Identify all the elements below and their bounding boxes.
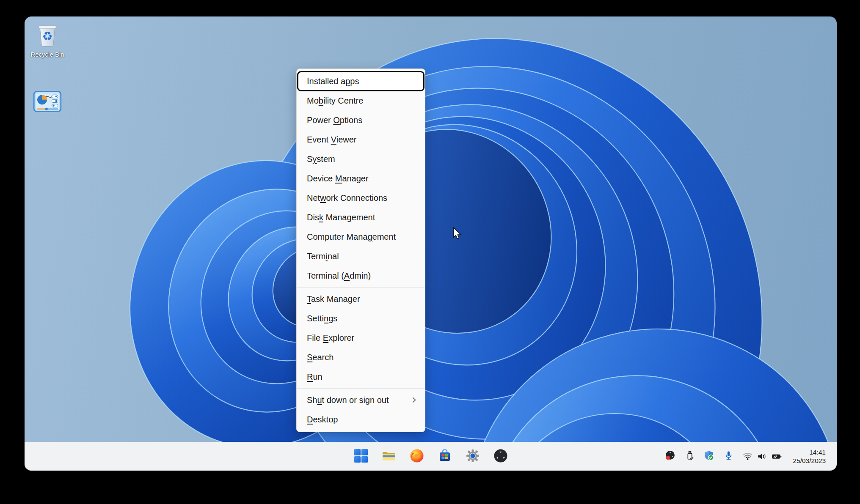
windows-security-icon xyxy=(704,450,714,463)
tray-obs-recording-button[interactable] xyxy=(664,451,675,462)
menu-item-mobility-centre[interactable]: Mobility Centre xyxy=(298,91,424,110)
taskbar-app-buttons xyxy=(352,442,510,471)
menu-item-label: Shut down or sign out xyxy=(307,395,389,405)
settings-icon xyxy=(466,449,480,465)
menu-item-run[interactable]: Run xyxy=(298,367,424,386)
taskbar-firefox-button[interactable] xyxy=(408,447,426,466)
menu-item-label: Settings xyxy=(307,314,337,323)
svg-text:♻: ♻ xyxy=(42,29,52,43)
menu-item-label: Desktop xyxy=(307,415,338,425)
system-tray: 14:41 25/03/2023 xyxy=(664,442,837,471)
menu-item-label: Disk Management xyxy=(307,213,375,222)
menu-separator xyxy=(297,388,424,389)
menu-item-disk-management[interactable]: Disk Management xyxy=(298,208,424,227)
desktop-icon-recycle-bin[interactable]: ♻ Recycle Bin xyxy=(27,22,68,58)
menu-item-event-viewer[interactable]: Event Viewer xyxy=(298,130,424,149)
recycle-bin-icon: ♻ xyxy=(27,22,68,49)
menu-item-terminal-admin[interactable]: Terminal (Admin) xyxy=(298,266,424,285)
clock-date: 25/03/2023 xyxy=(793,457,826,465)
menu-item-installed-apps[interactable]: Installed apps xyxy=(298,71,424,91)
taskbar-file-explorer-button[interactable] xyxy=(380,447,398,466)
battery-saver-icon xyxy=(771,451,783,462)
menu-item-label: Network Connections xyxy=(307,193,387,203)
taskbar: 14:41 25/03/2023 xyxy=(25,442,837,471)
start-icon xyxy=(354,449,368,465)
menu-item-label: Installed apps xyxy=(307,77,359,86)
menu-item-label: File Explorer xyxy=(307,333,354,343)
tray-icons xyxy=(664,451,734,462)
submenu-chevron-icon xyxy=(411,397,417,403)
menu-item-label: Mobility Centre xyxy=(307,96,363,106)
usb-eject-icon xyxy=(684,450,695,463)
menu-item-network-connections[interactable]: Network Connections xyxy=(298,188,424,208)
menu-item-label: Run xyxy=(307,372,322,382)
desktop-icon-label: Recycle Bin xyxy=(27,51,68,58)
taskbar-obs-studio-button[interactable] xyxy=(492,447,510,466)
menu-item-label: Task Manager xyxy=(307,294,360,304)
desktop-icon-system-panel[interactable] xyxy=(27,91,68,114)
clock-time: 14:41 xyxy=(793,448,826,457)
volume-icon xyxy=(757,451,767,462)
menu-item-label: Terminal (Admin) xyxy=(307,271,371,281)
menu-item-label: Terminal xyxy=(307,252,339,261)
obs-recording-icon xyxy=(665,450,675,463)
menu-separator xyxy=(297,287,424,288)
menu-item-label: Computer Management xyxy=(307,232,396,242)
microphone-icon xyxy=(723,450,734,463)
menu-item-task-manager[interactable]: Task Manager xyxy=(298,289,424,309)
taskbar-microsoft-store-button[interactable] xyxy=(436,447,454,466)
quick-settings-button[interactable] xyxy=(741,449,783,463)
wifi-icon xyxy=(742,451,753,462)
menu-item-label: Event Viewer xyxy=(307,135,356,145)
taskbar-settings-button[interactable] xyxy=(464,447,482,466)
tray-windows-security-button[interactable] xyxy=(703,451,714,462)
screen: { "desktop": { "icons": [ { "icon": "rec… xyxy=(0,0,860,504)
menu-item-device-manager[interactable]: Device Manager xyxy=(298,169,424,188)
system-panel-icon xyxy=(27,91,68,114)
obs-studio-icon xyxy=(493,449,508,465)
tray-microphone-button[interactable] xyxy=(723,451,734,462)
desktop: ♻ Recycle Bin Installed appsMobility Cen… xyxy=(25,16,837,471)
menu-item-settings[interactable]: Settings xyxy=(298,309,424,328)
menu-item-label: Search xyxy=(307,353,334,362)
winx-context-menu: Installed appsMobility CentrePower Optio… xyxy=(296,68,425,432)
menu-item-label: Device Manager xyxy=(307,174,369,184)
menu-item-file-explorer[interactable]: File Explorer xyxy=(298,328,424,348)
menu-item-label: System xyxy=(307,154,335,164)
menu-item-search[interactable]: Search xyxy=(298,348,424,367)
menu-item-computer-management[interactable]: Computer Management xyxy=(298,227,424,247)
microsoft-store-icon xyxy=(438,449,452,465)
firefox-icon xyxy=(410,449,424,465)
menu-item-system[interactable]: System xyxy=(298,149,424,169)
file-explorer-icon xyxy=(382,449,396,465)
taskbar-start-button[interactable] xyxy=(352,447,370,466)
tray-usb-eject-button[interactable] xyxy=(684,451,695,462)
taskbar-clock[interactable]: 14:41 25/03/2023 xyxy=(793,448,826,465)
menu-item-label: Power Options xyxy=(307,115,362,125)
wallpaper-bloom xyxy=(25,16,837,471)
menu-item-power-options[interactable]: Power Options xyxy=(298,110,424,130)
menu-item-desktop[interactable]: Desktop xyxy=(298,410,424,429)
menu-item-shut-down-or-sign-out[interactable]: Shut down or sign out xyxy=(298,390,424,410)
menu-item-terminal[interactable]: Terminal xyxy=(298,247,424,266)
